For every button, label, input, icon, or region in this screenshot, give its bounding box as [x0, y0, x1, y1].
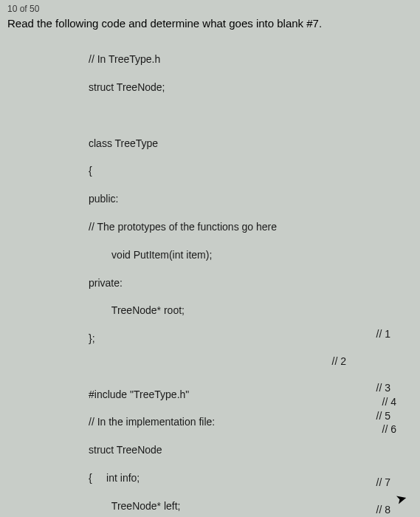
code-line: [89, 360, 413, 374]
annotation-6: // 6: [382, 423, 396, 435]
code-line: // In the implementation file:: [89, 415, 413, 429]
code-line: // In TreeType.h: [89, 52, 413, 66]
code-line: struct TreeNode: [89, 443, 413, 457]
code-line: TreeNode* root;: [89, 304, 413, 318]
page-container: 10 of 50 Read the following code and det…: [0, 0, 420, 517]
annotation-4: // 4: [382, 396, 396, 408]
code-line: // The prototypes of the functions go he…: [89, 220, 413, 234]
annotation-7: // 7: [376, 476, 390, 488]
code-line: struct TreeNode;: [89, 81, 413, 95]
top-fragment: 10 of 50: [7, 3, 413, 15]
code-line: class TreeType: [89, 137, 413, 151]
annotation-1: // 1: [376, 328, 390, 340]
code-line: void PutItem(int item);: [89, 248, 413, 262]
code-line: {: [89, 164, 413, 178]
code-line: [89, 109, 413, 123]
code-line: private:: [89, 276, 413, 290]
annotation-8: // 8: [376, 504, 390, 516]
code-block: // In TreeType.h struct TreeNode; class …: [89, 38, 413, 517]
code-line: };: [89, 332, 413, 346]
code-line: { int info;: [89, 471, 413, 485]
question-text: Read the following code and determine wh…: [7, 16, 413, 31]
code-line: #include "TreeType.h": [89, 388, 413, 402]
annotation-3: // 3: [376, 382, 390, 394]
code-line: TreeNode* left;: [89, 499, 413, 513]
code-line: public:: [89, 192, 413, 206]
annotation-2: // 2: [332, 355, 346, 367]
annotation-5: // 5: [376, 410, 390, 422]
